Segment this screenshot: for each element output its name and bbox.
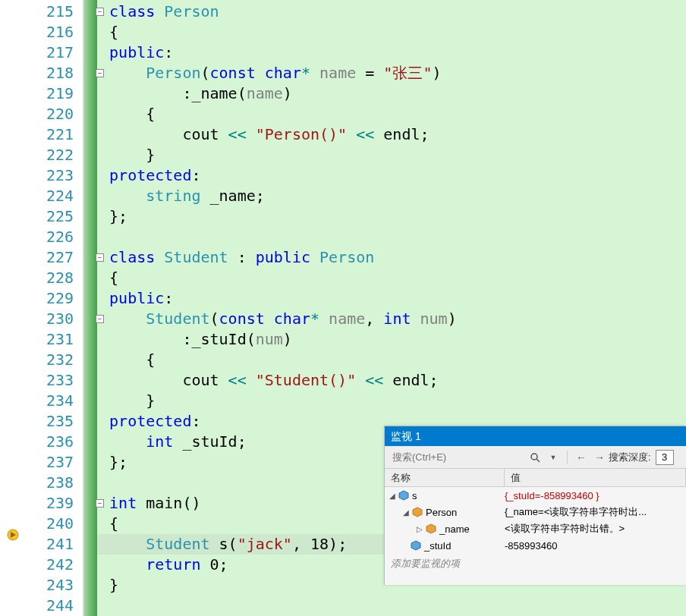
line-number: 227: [0, 247, 83, 268]
line-number: 230: [0, 309, 83, 329]
search-depth-label: 搜索深度:: [609, 451, 651, 464]
code-line[interactable]: {: [97, 350, 686, 370]
line-number: 239: [0, 493, 83, 514]
line-number: 238: [0, 473, 83, 493]
field-icon: [411, 540, 421, 551]
line-number: 222: [0, 145, 83, 165]
line-number: 237: [0, 452, 83, 473]
line-number: 232: [0, 350, 83, 370]
code-line[interactable]: cout << "Student()" << endl;: [97, 370, 686, 391]
fold-icon[interactable]: −: [96, 499, 104, 508]
field-icon: [426, 523, 436, 534]
watch-row[interactable]: _stuId -858993460: [385, 537, 686, 554]
code-line[interactable]: − Person(const char* name = "张三"): [97, 63, 686, 83]
watch-var-name: Person: [426, 507, 457, 518]
class-icon: [412, 507, 423, 517]
variable-icon: [398, 490, 409, 501]
expander-icon[interactable]: ◢: [401, 508, 411, 517]
code-line[interactable]: protected:: [97, 165, 686, 186]
code-line[interactable]: {: [97, 268, 686, 288]
code-line[interactable]: public:: [97, 288, 686, 309]
watch-search-input[interactable]: [389, 448, 526, 466]
line-number: 242: [0, 555, 83, 575]
nav-forward-icon[interactable]: →: [592, 450, 607, 465]
watch-header-name[interactable]: 名称: [385, 469, 505, 486]
code-line[interactable]: }: [97, 145, 686, 165]
line-number: 244: [0, 596, 83, 616]
watch-row[interactable]: ◢ Person {_name=<读取字符串字符时出...: [385, 504, 686, 520]
dropdown-icon[interactable]: ▼: [546, 450, 561, 465]
line-number: 218: [0, 63, 83, 83]
code-line[interactable]: string _name;: [97, 186, 686, 206]
fold-icon[interactable]: −: [96, 8, 104, 16]
line-number-gutter: 215 216 217 218 219 220 221 222 223 224 …: [0, 0, 83, 616]
watch-var-name: _stuId: [424, 540, 451, 552]
fold-icon[interactable]: −: [96, 253, 104, 262]
watch-panel: 监视 1 ▼ ← → 搜索深度: 名称 值 ◢ s {_stuId=-85899…: [384, 426, 686, 585]
line-number: 220: [0, 104, 83, 124]
svg-line-2: [537, 459, 540, 462]
expander-icon[interactable]: ◢: [388, 491, 397, 500]
code-line[interactable]: }: [97, 391, 686, 411]
line-number: 243: [0, 575, 83, 596]
code-line[interactable]: − class Person: [97, 2, 686, 22]
code-line[interactable]: − class Student : public Person: [97, 247, 686, 268]
line-number: 221: [0, 124, 83, 145]
watch-var-value: {_name=<读取字符串字符时出...: [505, 505, 686, 519]
watch-header-value[interactable]: 值: [505, 469, 686, 486]
expander-icon[interactable]: ▷: [415, 524, 424, 533]
watch-rows: ◢ s {_stuId=-858993460 } ◢ Person {_name…: [385, 487, 686, 574]
fold-icon[interactable]: −: [96, 69, 104, 77]
line-number: 236: [0, 432, 83, 452]
line-number: 231: [0, 329, 83, 350]
watch-header: 名称 值: [385, 469, 686, 487]
watch-toolbar: ▼ ← → 搜索深度:: [385, 446, 686, 469]
code-line[interactable]: :_name(name): [97, 83, 686, 104]
watch-var-value: -858993460: [505, 540, 686, 552]
execution-pointer-icon: [6, 528, 20, 542]
code-line[interactable]: :_stuId(num): [97, 329, 686, 350]
code-line[interactable]: − Student(const char* name, int num): [97, 309, 686, 329]
svg-point-1: [531, 454, 537, 460]
code-line[interactable]: {: [97, 104, 686, 124]
watch-var-value: <读取字符串字符时出错。>: [505, 522, 686, 536]
line-number: 223: [0, 165, 83, 186]
line-number: 225: [0, 206, 83, 227]
code-line[interactable]: [97, 596, 686, 616]
watch-var-name: s: [412, 490, 417, 501]
nav-back-icon[interactable]: ←: [574, 450, 589, 465]
line-number: 229: [0, 288, 83, 309]
fold-icon[interactable]: −: [96, 315, 104, 323]
line-number: 219: [0, 83, 83, 104]
line-number: 224: [0, 186, 83, 206]
watch-row[interactable]: ▷ _name <读取字符串字符时出错。>: [385, 520, 686, 537]
code-line[interactable]: };: [97, 206, 686, 227]
line-number: 216: [0, 22, 83, 42]
change-margin: [83, 0, 97, 616]
code-line[interactable]: {: [97, 22, 686, 42]
watch-var-value: {_stuId=-858993460 }: [505, 490, 686, 501]
search-icon[interactable]: [527, 450, 543, 465]
toolbar-separator: [567, 451, 568, 464]
watch-panel-title[interactable]: 监视 1: [385, 426, 686, 446]
line-number: 233: [0, 370, 83, 391]
search-depth-input[interactable]: [656, 450, 674, 465]
line-number: 228: [0, 268, 83, 288]
line-number: 234: [0, 391, 83, 411]
code-line[interactable]: public:: [97, 42, 686, 63]
code-line[interactable]: cout << "Person()" << endl;: [97, 124, 686, 145]
line-number: 226: [0, 227, 83, 247]
line-number: 215: [0, 2, 83, 22]
code-line[interactable]: [97, 227, 686, 247]
add-watch-item[interactable]: 添加要监视的项: [385, 554, 686, 574]
line-number: 235: [0, 411, 83, 432]
line-number: 217: [0, 42, 83, 63]
watch-var-name: _name: [439, 523, 470, 535]
watch-row[interactable]: ◢ s {_stuId=-858993460 }: [385, 487, 686, 504]
